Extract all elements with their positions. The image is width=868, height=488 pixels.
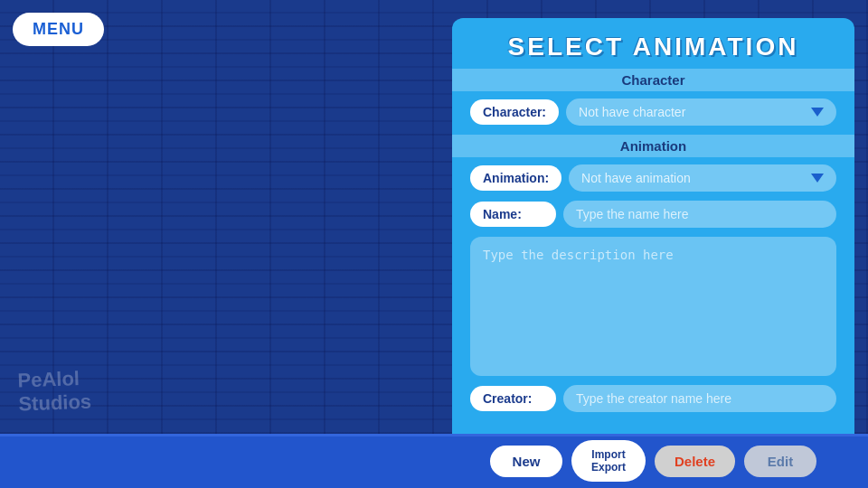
- watermark: PeAlol Studios: [17, 367, 91, 418]
- watermark-line1: PeAlol: [17, 367, 91, 393]
- creator-row: Creator:: [470, 385, 836, 412]
- animation-section-header: Animation: [452, 135, 854, 157]
- bottom-buttons: New Import Export Delete Edit: [452, 434, 854, 488]
- animation-dropdown-arrow: [811, 174, 824, 183]
- character-dropdown[interactable]: Not have character: [566, 99, 836, 126]
- menu-button[interactable]: MENU: [13, 13, 104, 46]
- watermark-line2: Studios: [18, 390, 92, 417]
- import-export-button[interactable]: Import Export: [571, 440, 646, 483]
- panel-title: SELECT ANIMATION: [470, 33, 836, 61]
- character-section-header: Character: [452, 69, 854, 91]
- main-panel: SELECT ANIMATION Character Character: No…: [452, 18, 854, 434]
- character-value: Not have character: [579, 105, 685, 119]
- animation-label: Animation:: [470, 165, 561, 191]
- name-row: Name:: [470, 201, 836, 228]
- edit-button[interactable]: Edit: [744, 446, 816, 477]
- character-row: Character: Not have character: [470, 99, 836, 126]
- description-input[interactable]: [470, 237, 836, 376]
- name-input[interactable]: [563, 201, 836, 228]
- animation-dropdown[interactable]: Not have animation: [569, 164, 836, 192]
- creator-input[interactable]: [563, 385, 836, 412]
- delete-button[interactable]: Delete: [655, 446, 735, 477]
- new-button[interactable]: New: [490, 446, 562, 477]
- creator-label: Creator:: [470, 386, 556, 411]
- name-label: Name:: [470, 202, 556, 227]
- animation-value: Not have animation: [581, 171, 691, 185]
- animation-row: Animation: Not have animation: [470, 164, 836, 192]
- character-label: Character:: [470, 99, 559, 125]
- character-dropdown-arrow: [811, 108, 824, 117]
